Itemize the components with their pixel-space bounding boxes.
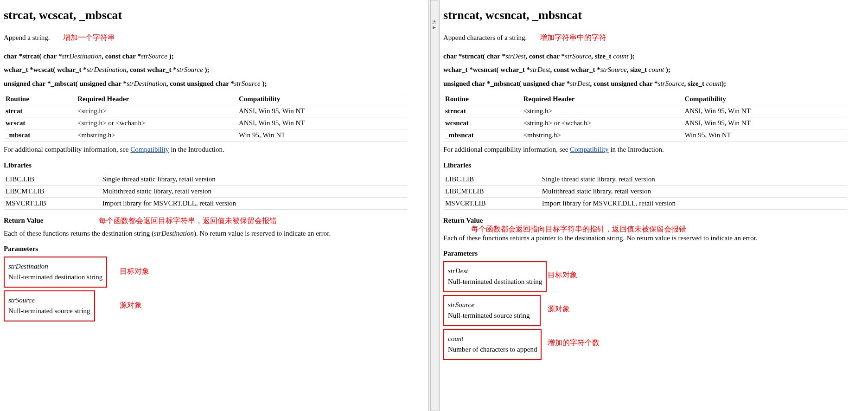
annotation-param3-right: 增加的字符个数 (548, 338, 600, 348)
page-title-right: strncat, wcsncat, _mbsncat (443, 8, 863, 22)
annotation-param2-left: 源对象 (120, 301, 142, 310)
libraries-heading-left: Libraries (4, 161, 424, 170)
scrollbar-icon[interactable]: 沃▶ (430, 0, 438, 411)
signature-2-right: wchar_t *wcsncat( wchar_t *strDest, cons… (443, 65, 863, 75)
routine-table-left: RoutineRequired HeaderCompatibility strc… (4, 93, 407, 141)
compat-text-right: For additional compatibility information… (443, 145, 863, 154)
param-name: strDest (448, 267, 468, 275)
table-row: _mbscat<mbstring.h>Win 95, Win NT (4, 129, 407, 141)
param-box-1-right: strDest Null-terminated destination stri… (443, 261, 547, 292)
desc-right: Append characters of a string. (443, 33, 527, 43)
signature-3-right: unsigned char *_mbsncat( unsigned char *… (443, 79, 863, 89)
compat-text-left: For additional compatibility information… (4, 145, 424, 154)
annotation-param1-right: 目标对象 (548, 270, 577, 280)
signature-1-right: char *strncat( char *strDest, const char… (443, 52, 863, 61)
param-box-2-left: strSource Null-terminated source string (4, 290, 95, 321)
libraries-heading-right: Libraries (443, 161, 863, 170)
param-name: strDestination (8, 263, 48, 270)
routine-table-right: RoutineRequired HeaderCompatibility strn… (443, 93, 847, 141)
right-doc-pane: strncat, wcsncat, _mbsncat Append charac… (440, 0, 868, 411)
table-row: _mbsncat<mbstring.h>Win 95, Win NT (443, 129, 847, 141)
param-name: count (448, 335, 463, 342)
table-row: LIBC.LIBSingle thread static library, re… (443, 173, 847, 186)
libraries-table-right: LIBC.LIBSingle thread static library, re… (443, 173, 847, 210)
table-row: strcat<string.h>ANSI, Win 95, Win NT (4, 105, 407, 117)
return-value-text-right: Each of these functions returns a pointe… (443, 234, 863, 243)
parameters-heading-left: Parameters (4, 244, 424, 254)
parameters-heading-right: Parameters (443, 249, 863, 258)
table-row: LIBCMT.LIBMultithread static library, re… (443, 186, 847, 198)
table-row: MSVCRT.LIBImport library for MSVCRT.DLL,… (4, 198, 407, 210)
table-row: strncat<string.h>ANSI, Win 95, Win NT (443, 105, 847, 117)
table-row: wcscat<string.h> or <wchar.h>ANSI, Win 9… (4, 117, 407, 129)
desc-left: Append a string. (4, 33, 50, 43)
return-value-heading-right: Return Value (443, 216, 863, 225)
compatibility-link[interactable]: Compatibility (570, 146, 608, 153)
param-desc: Null-terminated destination string (8, 273, 102, 282)
param-desc: Null-terminated destination string (448, 277, 542, 287)
pane-divider[interactable]: 沃▶ (428, 0, 440, 411)
annotation-desc-right: 增加字符串中的字符 (540, 33, 606, 43)
compatibility-link[interactable]: Compatibility (130, 146, 169, 153)
signature-3-left: unsigned char *_mbscat( unsigned char *s… (4, 79, 424, 89)
param-name: strSource (8, 296, 35, 304)
param-box-2-right: strSource Null-terminated source string (443, 295, 541, 326)
libraries-table-left: LIBC.LIBSingle thread static library, re… (4, 173, 407, 210)
param-desc: Null-terminated source string (8, 307, 90, 316)
annotation-rv-left: 每个函数都会返回目标字符串，返回值未被保留会报错 (99, 216, 277, 226)
param-desc: Null-terminated source string (448, 311, 536, 321)
param-box-3-right: count Number of characters to append (443, 329, 542, 360)
annotation-rv-right: 每个函数都会返回指向目标字符串的指针，返回值未被保留会报错 (471, 225, 686, 234)
annotation-desc-left: 增加一个字符串 (63, 33, 115, 43)
annotation-param2-right: 源对象 (548, 304, 570, 314)
signature-2-left: wchar_t *wcscat( wchar_t *strDestination… (4, 65, 424, 75)
param-box-1-left: strDestination Null-terminated destinati… (4, 257, 107, 288)
table-row: LIBC.LIBSingle thread static library, re… (4, 173, 407, 186)
table-row: MSVCRT.LIBImport library for MSVCRT.DLL,… (443, 198, 847, 210)
signature-1-left: char *strcat( char *strDestination, cons… (4, 52, 424, 61)
param-name: strSource (448, 301, 474, 308)
table-row: LIBCMT.LIBMultithread static library, re… (4, 186, 407, 198)
annotation-param1-left: 目标对象 (120, 267, 149, 276)
param-desc: Number of characters to append (448, 345, 537, 354)
left-doc-pane: strcat, wcscat, _mbscat Append a string.… (0, 0, 428, 411)
page-title-left: strcat, wcscat, _mbscat (4, 8, 424, 22)
return-value-text-left: Each of these functions returns the dest… (4, 229, 424, 238)
table-row: wcsncat<string.h> or <wchar.h>ANSI, Win … (443, 117, 847, 129)
